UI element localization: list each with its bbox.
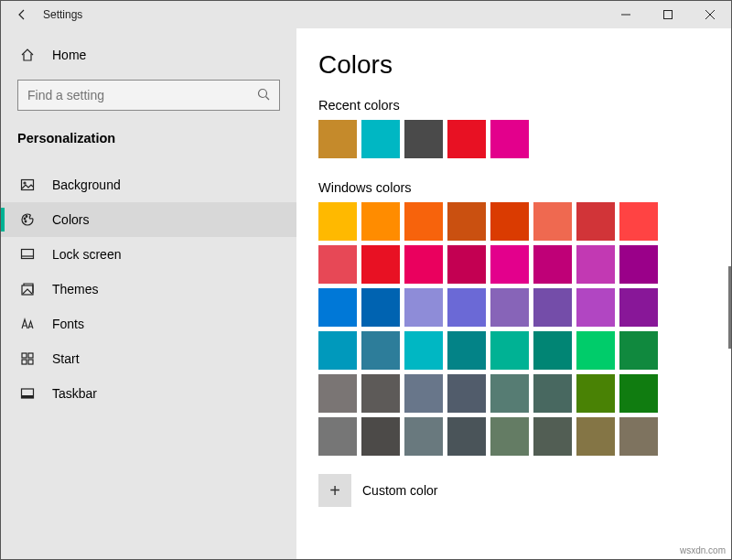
color-swatch[interactable]: [318, 374, 357, 413]
minimize-button[interactable]: [605, 1, 647, 28]
windows-colors-label: Windows colors: [318, 180, 731, 195]
sidebar-item-taskbar[interactable]: Taskbar: [1, 376, 296, 411]
sidebar-item-lock-screen[interactable]: Lock screen: [1, 237, 296, 272]
color-swatch[interactable]: [533, 245, 572, 284]
sidebar-item-fonts[interactable]: Fonts: [1, 307, 296, 341]
color-swatch[interactable]: [447, 288, 486, 327]
watermark: wsxdn.com: [680, 545, 726, 555]
color-swatch[interactable]: [361, 331, 400, 370]
svg-rect-1: [664, 11, 673, 19]
search-box[interactable]: [17, 80, 280, 111]
sidebar: Home Personalization BackgroundColorsLoc…: [1, 28, 296, 559]
color-swatch[interactable]: [533, 331, 572, 370]
recent-color-swatch[interactable]: [447, 120, 486, 158]
color-swatch[interactable]: [361, 374, 400, 413]
color-swatch[interactable]: [490, 331, 529, 370]
color-swatch[interactable]: [576, 374, 615, 413]
titlebar: Settings: [1, 1, 731, 28]
color-swatch[interactable]: [490, 374, 529, 413]
color-swatch[interactable]: [576, 417, 615, 456]
color-swatch[interactable]: [576, 245, 615, 284]
color-swatch[interactable]: [576, 288, 615, 327]
color-swatch[interactable]: [619, 374, 658, 413]
sidebar-item-start[interactable]: Start: [1, 341, 296, 376]
back-icon[interactable]: [14, 6, 30, 23]
color-swatch[interactable]: [447, 417, 486, 456]
color-swatch[interactable]: [318, 288, 357, 327]
color-swatch[interactable]: [533, 417, 572, 456]
color-swatch[interactable]: [576, 331, 615, 370]
themes-icon: [19, 281, 36, 297]
color-swatch[interactable]: [361, 245, 400, 284]
color-swatch[interactable]: [318, 245, 357, 284]
color-swatch[interactable]: [318, 417, 357, 456]
plus-icon: +: [329, 480, 340, 501]
svg-rect-17: [28, 360, 33, 364]
color-swatch[interactable]: [361, 417, 400, 456]
color-swatch[interactable]: [447, 331, 486, 370]
sidebar-item-themes[interactable]: Themes: [1, 272, 296, 307]
home-link[interactable]: Home: [1, 38, 296, 72]
svg-point-7: [24, 182, 26, 184]
recent-color-swatch[interactable]: [404, 120, 443, 158]
color-swatch[interactable]: [447, 374, 486, 413]
sidebar-section-title: Personalization: [1, 116, 296, 155]
color-swatch[interactable]: [404, 202, 443, 241]
sidebar-item-label: Fonts: [52, 317, 84, 331]
color-swatch[interactable]: [619, 417, 658, 456]
color-swatch[interactable]: [361, 288, 400, 327]
color-swatch[interactable]: [404, 374, 443, 413]
sidebar-item-label: Themes: [52, 282, 99, 296]
sidebar-item-label: Background: [52, 178, 121, 192]
fonts-icon: [19, 316, 36, 332]
recent-colors-label: Recent colors: [318, 98, 731, 113]
page-title: Colors: [318, 50, 731, 80]
color-swatch[interactable]: [447, 202, 486, 241]
recent-color-swatch[interactable]: [361, 120, 400, 158]
color-swatch[interactable]: [619, 202, 658, 241]
home-icon: [19, 47, 36, 63]
svg-rect-19: [22, 395, 34, 398]
color-swatch[interactable]: [447, 245, 486, 284]
close-button[interactable]: [689, 1, 731, 28]
search-input[interactable]: [27, 88, 257, 102]
scrollbar[interactable]: [728, 266, 731, 349]
custom-color-label: Custom color: [362, 483, 437, 498]
color-swatch[interactable]: [533, 288, 572, 327]
color-swatch[interactable]: [361, 202, 400, 241]
color-swatch[interactable]: [404, 245, 443, 284]
color-swatch[interactable]: [404, 417, 443, 456]
maximize-button[interactable]: [647, 1, 689, 28]
sidebar-item-background[interactable]: Background: [1, 167, 296, 202]
add-custom-color-button[interactable]: +: [318, 474, 351, 507]
svg-rect-11: [22, 250, 34, 259]
color-swatch[interactable]: [404, 331, 443, 370]
svg-point-8: [24, 218, 26, 220]
svg-rect-16: [22, 360, 27, 364]
search-icon: [257, 88, 270, 103]
color-swatch[interactable]: [619, 288, 658, 327]
color-swatch[interactable]: [619, 245, 658, 284]
svg-point-9: [26, 216, 27, 218]
color-swatch[interactable]: [490, 245, 529, 284]
color-swatch[interactable]: [404, 288, 443, 327]
svg-rect-15: [28, 353, 33, 358]
svg-rect-14: [22, 353, 27, 358]
color-swatch[interactable]: [318, 331, 357, 370]
color-swatch[interactable]: [533, 202, 572, 241]
color-swatch[interactable]: [490, 288, 529, 327]
color-swatch[interactable]: [619, 331, 658, 370]
color-swatch[interactable]: [533, 374, 572, 413]
lockscreen-icon: [19, 246, 36, 263]
svg-point-10: [25, 221, 27, 222]
recent-color-swatch[interactable]: [490, 120, 529, 158]
svg-line-5: [266, 96, 270, 100]
color-swatch[interactable]: [490, 417, 529, 456]
color-swatch[interactable]: [490, 202, 529, 241]
color-swatch[interactable]: [576, 202, 615, 241]
color-swatch[interactable]: [318, 202, 357, 241]
taskbar-icon: [19, 385, 36, 402]
sidebar-item-colors[interactable]: Colors: [1, 202, 296, 237]
recent-color-swatch[interactable]: [318, 120, 357, 158]
palette-icon: [19, 211, 36, 228]
